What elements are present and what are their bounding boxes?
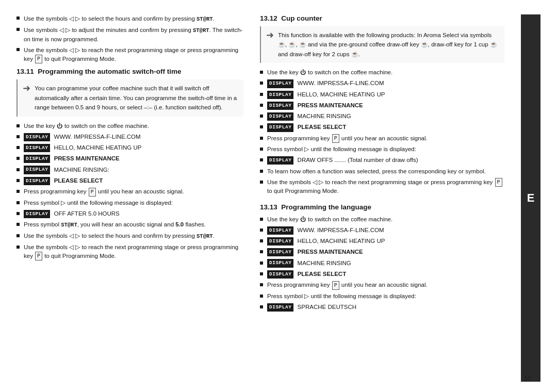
display-tag: DISPLAY [267, 248, 293, 256]
list-item: DISPLAY HELLO, MACHINE HEATING UP [260, 90, 504, 99]
display-tag: DISPLAY [267, 237, 293, 246]
info-text: This function is available with the foll… [278, 30, 499, 59]
bullet-text: DISPLAY WWW. IMPRESSA-F-LINE.COM [267, 79, 504, 88]
bullet-text: DISPLAY PLEASE SELECT [267, 270, 504, 279]
bullet-icon [17, 124, 20, 127]
bullet-text: DISPLAY HELLO, MACHINE HEATING UP [24, 143, 243, 152]
bullet-icon [17, 48, 20, 51]
bullet-icon [260, 148, 263, 151]
list-item: DISPLAY SPRACHE DEUTSCH [260, 303, 504, 312]
list-item: Use the symbols ◁ ▷ to reach the next pr… [260, 178, 504, 196]
list-item: Press symbol ▷ until the following messa… [260, 292, 504, 301]
bullet-icon [260, 250, 263, 253]
bullet-text: Press symbol ▷ until the following messa… [267, 292, 504, 301]
list-item: Press symbol ▷ until the following messa… [17, 199, 243, 207]
mono-start3: ST@RT [61, 222, 77, 228]
bullet-icon [260, 125, 263, 128]
list-item: To learn how often a function was select… [260, 167, 504, 176]
page-number: 17 [525, 375, 531, 383]
bullet-text: DISPLAY DRAW OFFS ....... (Total number … [267, 156, 504, 165]
bullet-text: Press programming key P until you hear a… [267, 281, 504, 289]
sidebar-e: E [521, 14, 540, 382]
info-text: You can programme your coffee machine su… [35, 84, 238, 112]
bullet-text: Press symbol ▷ until the following messa… [24, 199, 243, 207]
bullet-text: Use the symbols ◁ ▷ to reach the next pr… [24, 46, 243, 64]
bullet-text: Press programming key P until you hear a… [24, 187, 243, 196]
list-item: DISPLAY PRESS MAINTENANCE [260, 248, 504, 256]
list-item: DISPLAY WWW. IMPRESSA-F-LINE.COM [260, 226, 504, 235]
press-maintenance-label: PRESS MAINTENANCE [298, 249, 363, 255]
list-item: Use the key ⏻ to switch on the coffee ma… [17, 122, 243, 130]
bullet-text: Use the symbols ◁ ▷ to reach the next pr… [267, 178, 504, 196]
bullet-text: DISPLAY WWW. IMPRESSA-F-LINE.COM [24, 133, 243, 141]
list-item: DISPLAY PLEASE SELECT [17, 176, 243, 185]
list-item: DISPLAY MACHINE RINSING [260, 112, 504, 121]
right-column: 13.12 Cup counter ➜ This function is ava… [260, 14, 504, 382]
key-p: P [332, 281, 339, 290]
arrow-icon: ➜ [23, 83, 30, 94]
list-item: Press programming key P until you hear a… [260, 134, 504, 143]
bullet-text: DISPLAY WWW. IMPRESSA-F-LINE.COM [267, 226, 504, 235]
key-p: P [35, 252, 42, 260]
list-item: DISPLAY PLEASE SELECT [260, 123, 504, 132]
bullet-icon [260, 181, 263, 184]
list-item: Use the key ⏻ to switch on the coffee ma… [260, 68, 504, 77]
bullet-icon [260, 218, 263, 221]
list-item: Use symbols ◁ ▷ to adjust the minutes an… [17, 26, 243, 44]
list-item: DISPLAY PLEASE SELECT [260, 270, 504, 279]
section-1313-bullets: Use the key ⏻ to switch on the coffee ma… [260, 215, 504, 312]
key-p: P [495, 178, 502, 187]
bullet-text: Press symbol ▷ until the following messa… [267, 145, 504, 154]
list-item: DISPLAY MACHINE RINSING: [17, 166, 243, 174]
list-item: DISPLAY HELLO, MACHINE HEATING UP [260, 237, 504, 246]
key-p: P [35, 55, 42, 63]
list-item: DISPLAY HELLO, MACHINE HEATING UP [17, 143, 243, 152]
top-bullets: Use the symbols ◁ ▷ to select the hours … [17, 14, 243, 63]
bullet-icon [17, 246, 20, 249]
bullet-icon [17, 212, 20, 215]
bullet-icon [260, 158, 263, 161]
display-tag: DISPLAY [267, 226, 293, 235]
press-maintenance-label: PRESS MAINTENANCE [54, 155, 120, 161]
display-tag: DISPLAY [24, 144, 50, 152]
bullet-text: Use the symbols ◁ ▷ to reach the next pr… [24, 243, 243, 261]
bullet-text: DISPLAY PLEASE SELECT [267, 123, 504, 132]
bullet-text: To learn how often a function was select… [267, 167, 504, 176]
list-item: Press programming key P until you hear a… [260, 281, 504, 289]
display-tag: DISPLAY [24, 166, 50, 174]
bullet-text: DISPLAY PRESS MAINTENANCE [24, 154, 243, 163]
bullet-text: DISPLAY OFF AFTER 5.0 HOURS [24, 209, 243, 218]
section-1312-bullets: Use the key ⏻ to switch on the coffee ma… [260, 68, 504, 195]
bullet-icon [17, 179, 20, 182]
bullet-icon [17, 28, 20, 31]
bullet-icon [260, 115, 263, 118]
display-tag: DISPLAY [267, 156, 293, 165]
bullet-text: Use the key ⏻ to switch on the coffee ma… [267, 215, 504, 224]
mono-start2: ST@RT [193, 27, 209, 34]
list-item: Use the symbols ◁ ▷ to select the hours … [17, 14, 243, 24]
section-1311-heading: 13.11 Programming the automatic switch-o… [17, 68, 243, 75]
bullet-icon [260, 71, 263, 74]
bullet-text: DISPLAY HELLO, MACHINE HEATING UP [267, 90, 504, 99]
list-item: DISPLAY WWW. IMPRESSA-F-LINE.COM [260, 79, 504, 88]
mono-start4: ST@RT [196, 233, 213, 239]
bullet-text: DISPLAY MACHINE RINSING [267, 259, 504, 268]
please-select-label: PLEASE SELECT [298, 124, 347, 130]
info-box-1311: ➜ You can programme your coffee machine … [17, 79, 243, 116]
bullet-icon [260, 170, 263, 173]
section-1313-heading: 13.13 Programming the language [260, 203, 504, 211]
bullet-text: DISPLAY MACHINE RINSING: [24, 166, 243, 174]
please-select-label: PLEASE SELECT [54, 177, 103, 184]
list-item: DISPLAY PRESS MAINTENANCE [17, 154, 243, 163]
bullet-text: Use the symbols ◁ ▷ to select the hours … [24, 14, 243, 24]
page-container: Use the symbols ◁ ▷ to select the hours … [0, 0, 557, 392]
bullet-icon [260, 239, 263, 242]
bullet-text: Press symbol ST@RT, you will hear an aco… [24, 220, 243, 230]
display-tag: DISPLAY [24, 177, 50, 185]
display-tag: DISPLAY [267, 102, 293, 110]
bullet-icon [260, 295, 263, 298]
bullet-text: DISPLAY PRESS MAINTENANCE [267, 101, 504, 110]
display-tag: DISPLAY [267, 91, 293, 99]
display-tag: DISPLAY [267, 270, 293, 279]
display-tag: DISPLAY [24, 155, 50, 163]
